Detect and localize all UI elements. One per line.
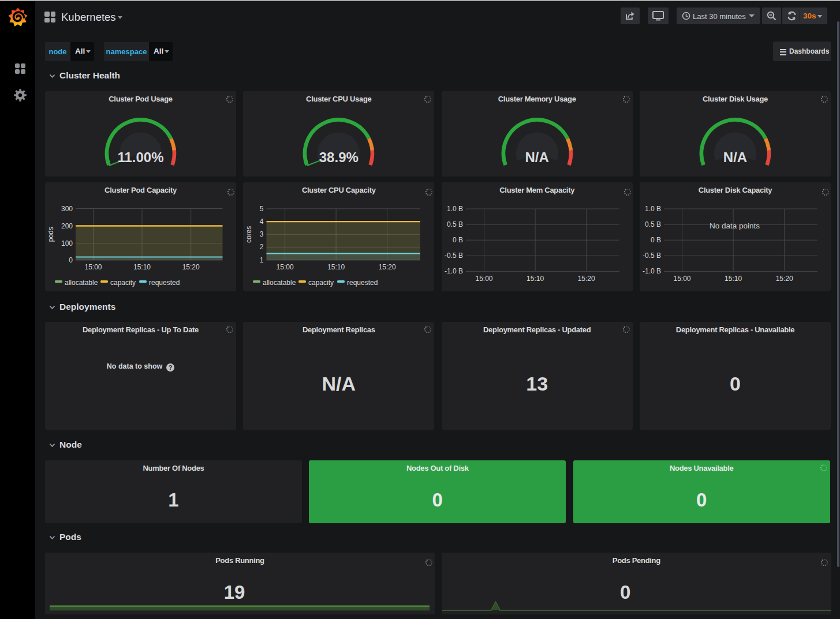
svg-text:300: 300 bbox=[61, 205, 73, 213]
svg-text:3: 3 bbox=[260, 230, 264, 238]
svg-text:No data points: No data points bbox=[710, 222, 760, 230]
svg-text:100: 100 bbox=[61, 239, 73, 247]
svg-text:1.0 B: 1.0 B bbox=[645, 205, 661, 213]
svg-text:5: 5 bbox=[260, 205, 264, 213]
svg-text:capacity: capacity bbox=[110, 279, 136, 287]
svg-text:15:20: 15:20 bbox=[577, 275, 595, 283]
svg-text:allocatable: allocatable bbox=[263, 279, 296, 287]
svg-text:15:20: 15:20 bbox=[182, 263, 200, 271]
svg-text:2: 2 bbox=[260, 243, 264, 251]
svg-text:15:00: 15:00 bbox=[673, 275, 690, 283]
svg-text:requested: requested bbox=[149, 279, 180, 287]
svg-text:-1.0 B: -1.0 B bbox=[445, 267, 463, 275]
svg-text:0 B: 0 B bbox=[651, 236, 661, 244]
svg-text:allocatable: allocatable bbox=[65, 279, 98, 287]
svg-text:1.0 B: 1.0 B bbox=[447, 205, 463, 213]
svg-text:cores: cores bbox=[245, 226, 253, 243]
svg-text:15:20: 15:20 bbox=[776, 275, 793, 283]
svg-text:200: 200 bbox=[61, 222, 73, 230]
svg-text:requested: requested bbox=[347, 279, 378, 287]
svg-text:1: 1 bbox=[260, 256, 264, 264]
svg-text:15:10: 15:10 bbox=[725, 275, 742, 283]
svg-text:capacity: capacity bbox=[308, 279, 334, 287]
svg-text:15:20: 15:20 bbox=[379, 263, 396, 271]
svg-text:15:10: 15:10 bbox=[527, 275, 544, 283]
svg-text:0 B: 0 B bbox=[453, 236, 463, 244]
svg-text:15:00: 15:00 bbox=[277, 263, 294, 271]
svg-text:-0.5 B: -0.5 B bbox=[445, 252, 463, 260]
svg-text:-0.5 B: -0.5 B bbox=[643, 252, 661, 260]
svg-text:4: 4 bbox=[260, 217, 264, 226]
svg-text:pods: pods bbox=[47, 227, 55, 242]
svg-text:-1.0 B: -1.0 B bbox=[643, 267, 661, 275]
svg-text:0.5 B: 0.5 B bbox=[447, 220, 463, 228]
svg-text:0: 0 bbox=[69, 256, 73, 264]
svg-text:15:10: 15:10 bbox=[327, 263, 345, 271]
svg-text:0.5 B: 0.5 B bbox=[645, 220, 661, 228]
svg-text:15:10: 15:10 bbox=[133, 263, 151, 271]
svg-text:15:00: 15:00 bbox=[84, 263, 102, 271]
svg-text:15:00: 15:00 bbox=[475, 275, 492, 283]
